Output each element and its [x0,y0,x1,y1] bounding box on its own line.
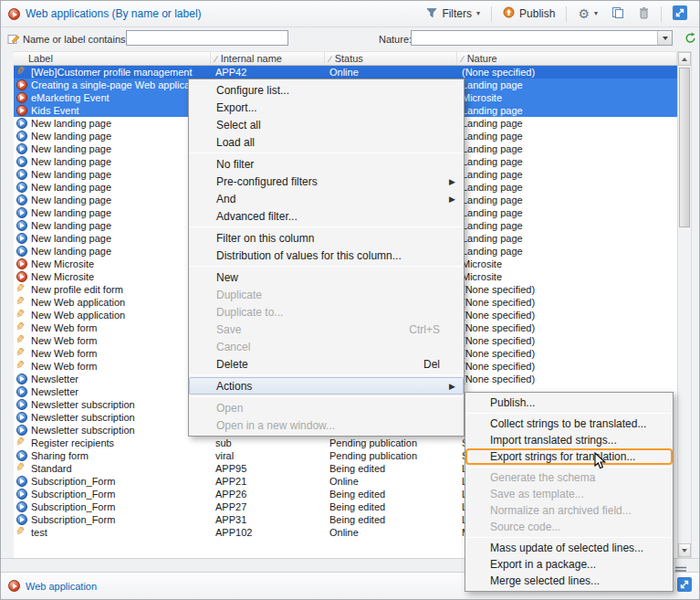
web-application-link[interactable]: Web application [26,581,97,592]
cell-label: New Web application [14,297,211,308]
cell-label: New landing page [14,195,211,205]
row-icon [16,169,27,180]
row-icon [16,476,27,487]
cell-label: New landing page [14,169,211,180]
submenu-item[interactable]: Source code... ▶ [465,519,673,535]
cell-label: Kids Event [14,105,211,116]
cell-nature: Landing page [457,156,677,167]
submenu-item[interactable]: Publish... ▶ [465,395,673,411]
row-icon [16,79,27,90]
cell-label: New landing page [14,246,211,257]
submenu-item[interactable]: Save as template... ▶ [465,486,673,502]
scrollbar-thumb[interactable] [679,68,690,227]
vertical-scrollbar[interactable] [677,51,692,558]
toolbar-divider [566,6,567,22]
submenu-arrow-icon: ▶ [449,382,455,390]
table-row[interactable]: [Web]Customer profile management APP42 O… [14,66,677,79]
cell-nature: Landing page [457,233,677,244]
submenu-item[interactable]: Normalize an archived field... ▶ [465,502,673,519]
context-menu-item[interactable]: Advanced filter... ▶ [189,207,464,225]
row-icon [16,335,27,346]
nature-select[interactable] [411,30,673,46]
context-menu-item[interactable]: Open ▶ [189,399,464,416]
funnel-icon [426,7,437,21]
column-header[interactable]: ∕ Nature [457,52,677,65]
submenu-item[interactable]: Merge selected lines... ▶ [465,573,673,589]
submenu-item[interactable]: Import translated strings... ▶ [465,432,673,448]
menu-item-label: Open [216,402,243,415]
context-menu-item[interactable]: Select all ▶ [189,116,464,133]
cell-label: Subscription_Form [14,514,211,525]
context-menu-item[interactable]: New ▶ [189,268,464,286]
row-icon [16,386,27,397]
refresh-icon[interactable] [684,32,696,46]
submenu-item[interactable]: Export in a package... ▶ [465,556,673,573]
cell-internal-name: APP21 [211,476,325,487]
context-menu-item[interactable]: No filter ▶ [189,155,464,173]
context-menu-item[interactable]: Load all ▶ [189,133,464,151]
submenu-item: ▶ [466,413,672,414]
cell-label: Newsletter [14,374,211,384]
publish-button[interactable]: Publish [497,4,560,24]
context-menu-item[interactable]: Distribution of values for this column..… [189,247,464,264]
submenu-item[interactable]: Mass update of selected lines... ▶ [465,540,673,556]
submenu-item[interactable]: Export strings for translation... ▶ [465,448,673,465]
menu-item-label: Duplicate [216,289,262,301]
cell-nature: Landing page [457,118,677,129]
row-icon [16,450,27,461]
context-menu-item[interactable]: Save Ctrl+S ▶ [189,321,464,338]
context-menu-item[interactable]: Open in a new window... ▶ [189,416,464,434]
context-menu-item[interactable]: Filter on this column ▶ [189,229,464,247]
name-filter-input[interactable] [126,30,288,46]
cell-nature: Microsite [457,92,677,103]
cell-label: New Web form [14,348,211,359]
column-header[interactable]: ∕ Label [14,52,211,65]
detach-window-button[interactable] [667,3,693,26]
delete-button[interactable] [632,4,655,25]
cell-label: [Web]Customer profile management [14,67,211,78]
submenu-item[interactable]: Collect strings to be translated... ▶ [465,416,673,432]
submenu-item[interactable]: Generate the schema ▶ [465,469,673,486]
cell-status: Being edited [325,463,457,474]
menu-item-shortcut: Ctrl+S [409,323,440,336]
row-icon [16,233,27,244]
cell-nature: (None specified) [457,67,677,78]
row-icon [16,322,27,333]
context-menu-item[interactable]: Export... ▶ [189,99,464,116]
scroll-down-button[interactable] [678,543,691,557]
menu-item-label: And [216,193,235,205]
menu-item-label: Export in a package... [490,558,596,571]
context-menu-item[interactable]: Delete Del ▶ [189,355,464,373]
row-icon [16,220,27,231]
context-menu-item[interactable]: And ▶ [189,190,464,207]
publish-button-label: Publish [519,7,555,20]
context-menu-item[interactable]: Pre-configured filters ▶ [189,173,464,190]
web-application-icon [8,580,20,592]
row-icon [16,105,27,116]
column-header[interactable]: ∕ Status [325,52,457,65]
cell-nature: (None specified) [457,310,677,321]
menu-item-label: Export strings for translation... [490,450,635,463]
context-menu-item[interactable]: Configure list... ▶ [189,81,464,99]
expand-icon [673,5,687,23]
context-menu-item[interactable]: Duplicate to... ▶ [189,303,464,321]
context-menu-item[interactable]: Cancel ▶ [189,338,464,355]
cell-nature: Microsite [457,258,677,269]
cell-label: New landing page [14,131,211,142]
filters-button[interactable]: Filters ▾ [421,5,486,24]
row-icon [16,271,27,282]
scroll-up-button[interactable] [678,52,691,66]
context-menu-item[interactable]: Duplicate ▶ [189,286,464,303]
page-title: Web applications (By name or label) [26,7,202,20]
toolbar-divider [661,6,662,22]
menu-item-label: Advanced filter... [216,210,298,223]
menu-item-label: New [216,271,238,284]
copy-button[interactable] [606,4,630,25]
combo-dropdown-icon[interactable] [657,31,672,45]
settings-button[interactable]: ⚙ ▾ [572,5,603,23]
cell-label: New landing page [14,207,211,218]
context-menu-item[interactable]: Actions ▶ [189,377,464,395]
expand-icon[interactable] [677,577,692,595]
sort-icon: ∕ [215,54,217,64]
column-header[interactable]: ∕ Internal name [211,52,325,65]
